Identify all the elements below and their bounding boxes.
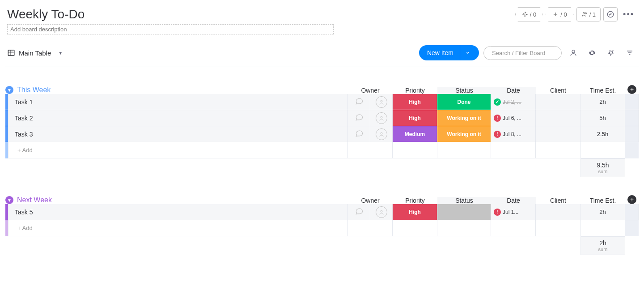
time-cell[interactable]: 2h bbox=[580, 94, 625, 110]
col-status[interactable]: Status bbox=[437, 197, 491, 204]
client-cell[interactable] bbox=[536, 204, 580, 220]
priority-cell[interactable]: High bbox=[393, 110, 437, 126]
col-owner[interactable]: Owner bbox=[348, 197, 393, 204]
status-cell[interactable]: Done bbox=[437, 94, 491, 110]
eye-off-icon bbox=[588, 49, 596, 57]
chat-icon bbox=[355, 113, 364, 123]
avatar-placeholder-icon bbox=[376, 206, 387, 218]
client-cell[interactable] bbox=[536, 94, 580, 110]
board-description-input[interactable] bbox=[7, 24, 334, 34]
warning-icon: ! bbox=[494, 209, 501, 216]
col-priority[interactable]: Priority bbox=[393, 197, 437, 204]
client-cell[interactable] bbox=[536, 110, 580, 126]
view-name: Main Table bbox=[19, 49, 51, 57]
task-name-cell[interactable]: Task 5 bbox=[8, 204, 348, 220]
row-tail bbox=[625, 110, 639, 126]
time-cell[interactable]: 2.5h bbox=[580, 126, 625, 142]
col-client[interactable]: Client bbox=[536, 197, 580, 204]
board-title[interactable]: Weekly To-Do bbox=[7, 7, 515, 21]
chat-cell[interactable] bbox=[348, 110, 370, 126]
person-filter-button[interactable] bbox=[566, 46, 580, 60]
col-time[interactable]: Time Est. bbox=[580, 87, 625, 94]
svg-point-7 bbox=[381, 116, 382, 118]
task-name-cell[interactable]: Task 2 bbox=[8, 110, 348, 126]
warning-icon: ! bbox=[494, 131, 501, 138]
avatar-placeholder-icon bbox=[376, 96, 387, 108]
date-cell[interactable]: !Jul 1... bbox=[491, 204, 536, 220]
col-status[interactable]: Status bbox=[437, 87, 491, 94]
add-column-button[interactable]: + bbox=[627, 195, 636, 204]
add-row-button[interactable]: + Add bbox=[8, 142, 348, 158]
svg-point-6 bbox=[381, 100, 382, 102]
task-name-cell[interactable]: Task 1 bbox=[8, 94, 348, 110]
new-item-button[interactable]: New Item bbox=[419, 45, 479, 60]
integrations-pill[interactable]: / 0 bbox=[546, 7, 573, 21]
priority-cell[interactable]: High bbox=[393, 94, 437, 110]
chat-cell[interactable] bbox=[348, 94, 370, 110]
group-collapse-toggle[interactable]: ▼ bbox=[5, 86, 13, 94]
col-client[interactable]: Client bbox=[536, 87, 580, 94]
status-cell[interactable]: Working on it bbox=[437, 110, 491, 126]
priority-cell[interactable]: Medium bbox=[393, 126, 437, 142]
time-cell[interactable]: 2h bbox=[580, 204, 625, 220]
owner-cell[interactable] bbox=[370, 204, 393, 220]
chat-icon bbox=[355, 129, 364, 139]
new-item-label: New Item bbox=[427, 49, 453, 56]
view-selector[interactable]: Main Table ▼ bbox=[7, 49, 63, 57]
more-options-button[interactable]: ••• bbox=[620, 10, 637, 19]
table-row: Task 2HighWorking on it!Jul 6, ...5h bbox=[5, 110, 639, 126]
date-cell[interactable]: !Jul 8, ... bbox=[491, 126, 536, 142]
pin-button[interactable] bbox=[604, 46, 618, 60]
time-cell[interactable]: 5h bbox=[580, 110, 625, 126]
activity-button[interactable] bbox=[603, 7, 618, 21]
filter-button[interactable] bbox=[623, 46, 637, 60]
members-pill[interactable]: / 1 bbox=[576, 7, 601, 21]
owner-cell[interactable] bbox=[370, 94, 393, 110]
date-text: Jul 1... bbox=[503, 209, 518, 215]
table-row: Task 3MediumWorking on it!Jul 8, ...2.5h bbox=[5, 126, 639, 142]
new-item-dropdown[interactable] bbox=[460, 45, 475, 60]
add-column-button[interactable]: + bbox=[627, 85, 636, 94]
chat-cell[interactable] bbox=[348, 204, 370, 220]
chevron-down-icon: ▼ bbox=[58, 51, 63, 55]
col-date[interactable]: Date bbox=[491, 87, 536, 94]
client-cell[interactable] bbox=[536, 126, 580, 142]
hide-button[interactable] bbox=[585, 46, 599, 60]
priority-cell[interactable]: High bbox=[393, 204, 437, 220]
sum-value: 9.5h bbox=[581, 162, 625, 169]
status-cell[interactable] bbox=[437, 204, 491, 220]
group-title[interactable]: This Week bbox=[17, 86, 51, 94]
activity-icon bbox=[607, 11, 614, 18]
svg-point-1 bbox=[583, 13, 585, 14]
col-date[interactable]: Date bbox=[491, 197, 536, 204]
integrations-count: / 0 bbox=[560, 11, 567, 18]
svg-point-8 bbox=[381, 132, 382, 134]
date-text: Jul 8, ... bbox=[503, 131, 521, 137]
automations-count: / 0 bbox=[530, 11, 536, 18]
group-collapse-toggle[interactable]: ▼ bbox=[5, 196, 13, 204]
date-cell[interactable]: !Jul 6, ... bbox=[491, 110, 536, 126]
col-time[interactable]: Time Est. bbox=[580, 197, 625, 204]
owner-cell[interactable] bbox=[370, 126, 393, 142]
members-count: / 1 bbox=[589, 11, 596, 18]
search-input[interactable]: Search / Filter Board bbox=[483, 46, 562, 60]
person-icon bbox=[569, 49, 577, 57]
col-priority[interactable]: Priority bbox=[393, 87, 437, 94]
date-cell[interactable]: ✓Jul 2, ... bbox=[491, 94, 536, 110]
col-owner[interactable]: Owner bbox=[348, 87, 393, 94]
automations-pill[interactable]: / 0 bbox=[515, 7, 543, 21]
row-tail bbox=[625, 204, 639, 220]
svg-rect-4 bbox=[8, 50, 14, 55]
row-tail bbox=[625, 126, 639, 142]
task-name-cell[interactable]: Task 3 bbox=[8, 126, 348, 142]
group-title[interactable]: Next Week bbox=[17, 196, 52, 204]
add-row-button[interactable]: + Add bbox=[8, 220, 348, 236]
status-cell[interactable]: Working on it bbox=[437, 126, 491, 142]
chat-cell[interactable] bbox=[348, 126, 370, 142]
warning-icon: ! bbox=[494, 115, 501, 122]
table-row: Task 1HighDone✓Jul 2, ...2h bbox=[5, 94, 639, 110]
table-row: Task 5High!Jul 1...2h bbox=[5, 204, 639, 220]
sum-value: 2h bbox=[581, 239, 625, 247]
owner-cell[interactable] bbox=[370, 110, 393, 126]
members-icon bbox=[581, 11, 588, 17]
